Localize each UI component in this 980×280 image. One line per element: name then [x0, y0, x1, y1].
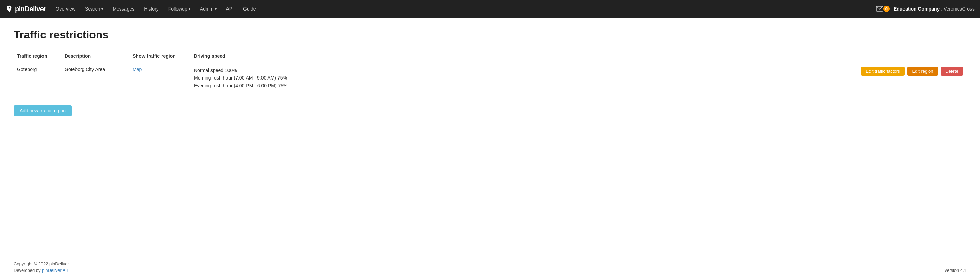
brand-logo[interactable]: pinDeliver: [5, 5, 46, 13]
brand-name: pinDeliver: [15, 5, 46, 13]
pindeliver-ab-link[interactable]: pinDeliver AB: [42, 268, 68, 273]
nav-admin[interactable]: Admin ▾: [196, 0, 221, 18]
footer-left: Copyright © 2022 pinDeliver Developed by…: [14, 261, 69, 273]
nav-messages[interactable]: Messages: [108, 0, 138, 18]
cell-region: Göteborg: [14, 62, 61, 95]
col-header-region: Traffic region: [14, 51, 61, 62]
traffic-restrictions-table: Traffic region Description Show traffic …: [14, 51, 966, 95]
pin-icon: [5, 5, 13, 13]
nav-followup[interactable]: Followup ▾: [164, 0, 194, 18]
add-new-traffic-region-button[interactable]: Add new traffic region: [14, 105, 72, 116]
nav-overview[interactable]: Overview: [52, 0, 80, 18]
table-header-row: Traffic region Description Show traffic …: [14, 51, 966, 62]
edit-region-button[interactable]: Edit region: [907, 66, 938, 76]
speed-line-1: Normal speed 100%: [194, 66, 560, 74]
speed-line-3: Evening rush hour (4:00 PM - 6:00 PM) 75…: [194, 82, 560, 89]
cell-driving-speed: Normal speed 100% Morning rush hour (7:0…: [191, 62, 563, 95]
col-header-speed: Driving speed: [191, 51, 563, 62]
cell-description: Göteborg City Area: [61, 62, 129, 95]
developed-by-text: Developed by pinDeliver AB: [14, 268, 69, 273]
delete-button[interactable]: Delete: [940, 66, 963, 76]
chevron-down-icon: ▾: [101, 7, 103, 11]
version-text: Version 4.1: [944, 268, 966, 273]
nav-search[interactable]: Search ▾: [81, 0, 107, 18]
chevron-down-icon: ▾: [189, 7, 191, 11]
nav-right-section: 0 Education Company , VeronicaCross: [876, 6, 975, 12]
nav-history[interactable]: History: [140, 0, 163, 18]
page-title: Traffic restrictions: [14, 28, 966, 41]
page-footer: Copyright © 2022 pinDeliver Developed by…: [0, 253, 980, 280]
mail-icon: [876, 6, 883, 11]
cell-show-traffic: Map: [129, 62, 191, 95]
speed-line-2: Morning rush hour (7:00 AM - 9:00 AM) 75…: [194, 74, 560, 82]
edit-traffic-factors-button[interactable]: Edit traffic factors: [861, 66, 905, 76]
chevron-down-icon: ▾: [215, 7, 216, 11]
mail-badge: 0: [883, 6, 889, 12]
nav-user-info: Education Company , VeronicaCross: [894, 6, 975, 11]
table-row: Göteborg Göteborg City Area Map Normal s…: [14, 62, 966, 95]
col-header-description: Description: [61, 51, 129, 62]
cell-actions: Edit traffic factors Edit region Delete: [563, 62, 966, 95]
main-content: Traffic restrictions Traffic region Desc…: [0, 18, 980, 253]
copyright-text: Copyright © 2022 pinDeliver: [14, 261, 69, 266]
map-link[interactable]: Map: [133, 66, 142, 72]
main-nav: pinDeliver Overview Search ▾ Messages Hi…: [0, 0, 980, 18]
nav-guide[interactable]: Guide: [239, 0, 260, 18]
nav-api[interactable]: API: [222, 0, 238, 18]
mail-icon-area[interactable]: 0: [876, 6, 889, 12]
col-header-actions: [563, 51, 966, 62]
col-header-show: Show traffic region: [129, 51, 191, 62]
